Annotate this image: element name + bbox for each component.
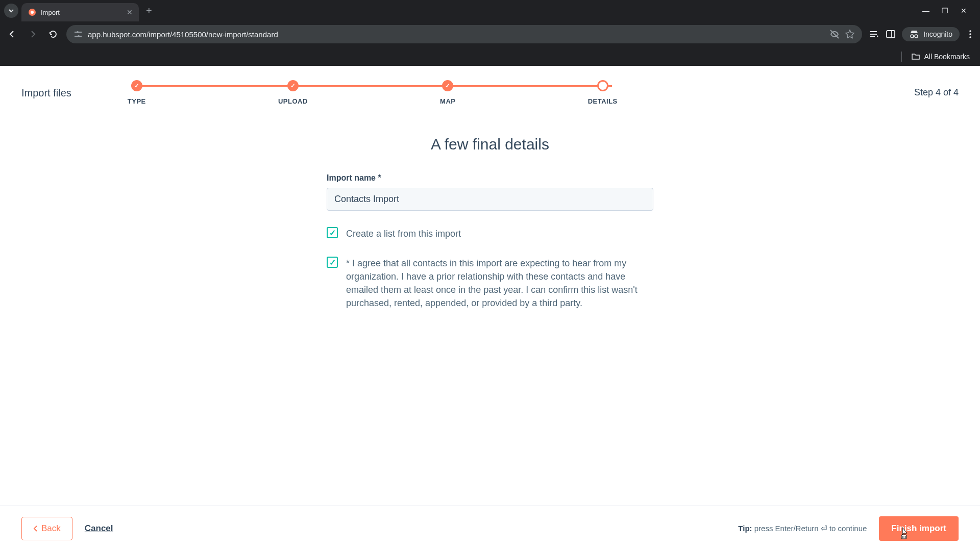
svg-point-1 (31, 11, 34, 14)
page-title: Import files (21, 80, 71, 99)
create-list-label: Create a list from this import (346, 227, 461, 240)
tab-close-button[interactable]: ✕ (127, 8, 133, 16)
check-icon: ✓ (290, 82, 296, 89)
step-details: DETAILS (588, 80, 618, 105)
svg-rect-10 (870, 36, 875, 37)
step-circle-done: ✓ (287, 80, 299, 91)
browser-tab[interactable]: Import ✕ (21, 3, 139, 21)
back-label: Back (41, 523, 61, 534)
check-icon: ✓ (445, 82, 450, 89)
svg-point-18 (969, 36, 971, 38)
agree-row: * I agree that all contacts in this impo… (327, 257, 653, 310)
side-panel-icon[interactable] (886, 29, 896, 39)
reload-button[interactable] (46, 27, 60, 41)
reload-icon (48, 29, 58, 39)
cancel-button[interactable]: Cancel (85, 523, 113, 534)
svg-rect-3 (78, 32, 82, 33)
site-settings-icon[interactable] (74, 30, 83, 39)
step-circle-current (597, 80, 608, 91)
bookmarks-bar: All Bookmarks (0, 47, 980, 66)
tab-bar: Import ✕ + — ❐ ✕ (0, 0, 980, 21)
address-bar[interactable]: app.hubspot.com/import/45105500/new-impo… (66, 25, 862, 43)
incognito-label: Incognito (923, 30, 952, 38)
arrow-left-icon (7, 29, 17, 39)
footer-tip: Tip: press Enter/Return ⏎ to continue (738, 524, 867, 533)
tab-search-button[interactable] (4, 4, 18, 18)
step-label: DETAILS (588, 97, 618, 105)
step-label: UPLOAD (278, 97, 308, 105)
step-label: TYPE (128, 97, 146, 105)
all-bookmarks-button[interactable]: All Bookmarks (911, 52, 970, 61)
svg-point-7 (78, 35, 80, 37)
back-button[interactable]: Back (21, 517, 72, 540)
step-type: ✓ TYPE (128, 80, 146, 105)
new-tab-button[interactable]: + (146, 5, 152, 17)
step-label: MAP (440, 97, 455, 105)
step-counter: Step 4 of 4 (914, 80, 959, 98)
chevron-down-icon (8, 8, 14, 14)
check-icon: ✓ (134, 82, 139, 89)
browser-menu-button[interactable] (966, 30, 975, 39)
step-map: ✓ MAP (440, 80, 455, 105)
tab-title: Import (41, 9, 122, 16)
footer: Back Cancel Tip: press Enter/Return ⏎ to… (0, 506, 980, 551)
svg-point-16 (969, 30, 971, 32)
stepper-row: Import files ✓ TYPE ✓ UPLOAD ✓ MAP DETAI… (0, 66, 980, 105)
finish-import-button[interactable]: Finish import (879, 516, 959, 541)
browser-chrome: Import ✕ + — ❐ ✕ app.hubspot.com/import/… (0, 0, 980, 66)
stepper-track (133, 85, 612, 87)
arrow-right-icon (28, 29, 38, 39)
minimize-button[interactable]: — (922, 7, 929, 15)
svg-rect-4 (75, 36, 78, 37)
agree-checkbox[interactable] (327, 257, 338, 268)
svg-point-14 (915, 35, 918, 38)
chevron-left-icon (33, 525, 38, 532)
step-circle-done: ✓ (442, 80, 453, 91)
url-text: app.hubspot.com/import/45105500/new-impo… (88, 30, 824, 39)
tip-text: press Enter/Return ⏎ to continue (752, 524, 867, 533)
svg-point-13 (911, 35, 914, 38)
app-content: Import files ✓ TYPE ✓ UPLOAD ✓ MAP DETAI… (0, 66, 980, 551)
eye-off-icon[interactable] (829, 29, 840, 39)
svg-rect-9 (870, 34, 877, 35)
incognito-badge[interactable]: Incognito (902, 27, 960, 41)
agree-label: * I agree that all contacts in this impo… (346, 257, 653, 310)
address-row: app.hubspot.com/import/45105500/new-impo… (0, 21, 980, 47)
create-list-row: Create a list from this import (327, 227, 653, 240)
form-area: A few final details Import name * Create… (316, 136, 664, 310)
step-circle-done: ✓ (131, 80, 142, 91)
svg-point-6 (77, 31, 79, 33)
tip-prefix: Tip: (738, 524, 752, 533)
create-list-checkbox[interactable] (327, 227, 338, 238)
close-window-button[interactable]: ✕ (961, 7, 967, 15)
divider (901, 52, 902, 62)
back-nav-button[interactable] (5, 27, 19, 41)
media-controls-icon[interactable] (868, 29, 879, 40)
hubspot-favicon-icon (28, 8, 37, 17)
svg-rect-8 (870, 31, 877, 32)
incognito-icon (909, 30, 919, 38)
forward-nav-button[interactable] (26, 27, 40, 41)
bookmark-star-icon[interactable] (845, 29, 855, 39)
stepper: ✓ TYPE ✓ UPLOAD ✓ MAP DETAILS (128, 80, 618, 105)
folder-icon (911, 52, 920, 61)
bookmarks-label: All Bookmarks (924, 53, 970, 61)
form-heading: A few final details (327, 136, 653, 153)
maximize-button[interactable]: ❐ (942, 7, 948, 15)
window-controls: — ❐ ✕ (922, 7, 976, 15)
step-upload: ✓ UPLOAD (278, 80, 308, 105)
import-name-input[interactable] (327, 188, 653, 211)
import-name-label: Import name * (327, 173, 653, 183)
svg-rect-11 (887, 31, 895, 38)
svg-point-17 (969, 33, 971, 35)
